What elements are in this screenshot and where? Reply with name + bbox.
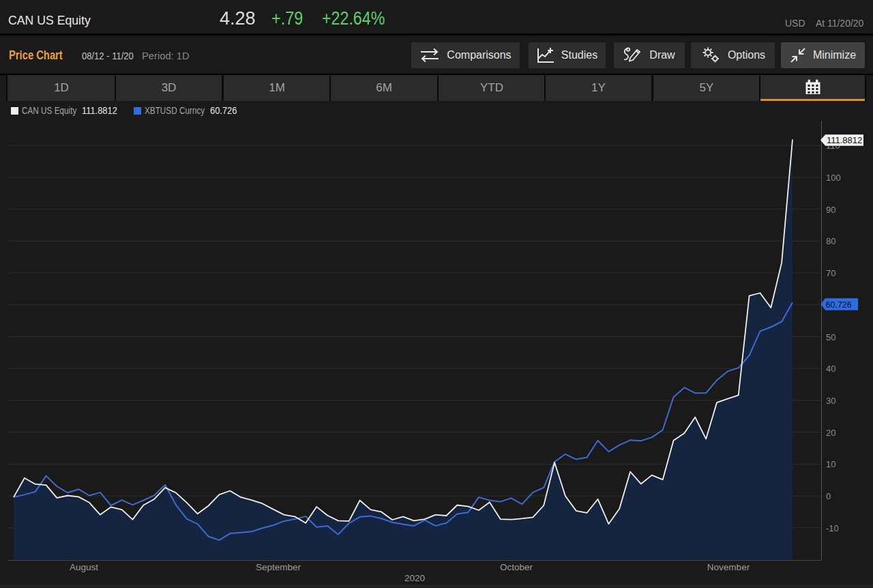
svg-text:50: 50 (826, 332, 835, 342)
svg-text:September: September (256, 562, 301, 572)
svg-text:10: 10 (826, 459, 835, 469)
svg-text:100: 100 (826, 173, 841, 183)
svg-text:111.8812: 111.8812 (827, 135, 862, 145)
svg-text:90: 90 (826, 205, 835, 215)
svg-text:October: October (500, 562, 533, 572)
svg-text:November: November (707, 562, 750, 572)
svg-text:80: 80 (826, 236, 835, 246)
svg-text:40: 40 (826, 364, 835, 374)
svg-text:30: 30 (826, 396, 835, 406)
svg-text:0: 0 (826, 491, 831, 501)
svg-text:70: 70 (826, 268, 835, 278)
svg-text:60.726: 60.726 (826, 300, 852, 310)
svg-text:20: 20 (826, 428, 835, 438)
svg-text:2020: 2020 (404, 573, 425, 583)
svg-text:-10: -10 (826, 523, 839, 533)
svg-text:August: August (70, 562, 98, 572)
